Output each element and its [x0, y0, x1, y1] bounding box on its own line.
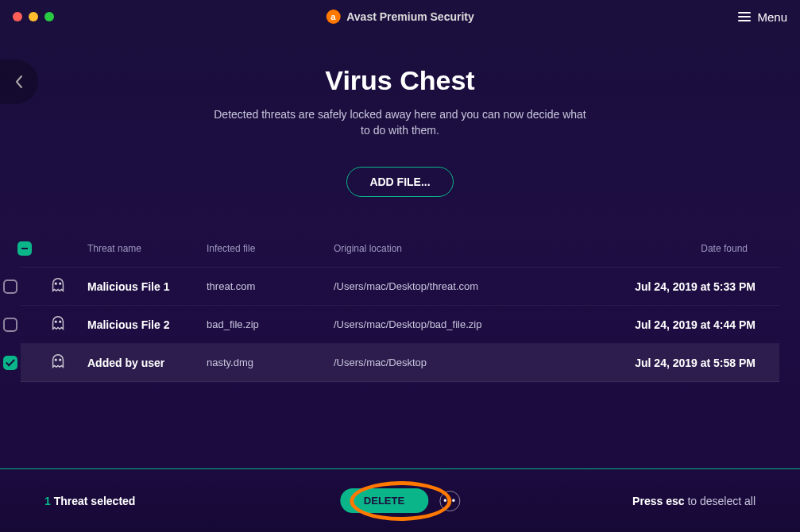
original-location: /Users/mac/Desktop: [334, 357, 572, 368]
hamburger-icon: [738, 12, 751, 21]
close-window-button[interactable]: [13, 12, 22, 21]
esc-key-label: Press esc: [632, 495, 684, 507]
page-subtitle: Detected threats are safely locked away …: [210, 107, 591, 138]
avast-logo-icon: a: [326, 10, 340, 24]
date-found: Jul 24, 2019 at 5:58 PM: [572, 357, 779, 369]
deselect-hint: Press esc to deselect all: [632, 495, 756, 507]
svg-point-5: [60, 359, 61, 360]
original-location: /Users/mac/Desktop/threat.com: [334, 280, 572, 292]
col-date-found: Date found: [572, 243, 779, 254]
menu-button[interactable]: Menu: [738, 10, 787, 24]
col-original-location: Original location: [334, 243, 572, 254]
select-all-checkbox[interactable]: [17, 241, 32, 256]
col-threat-name: Threat name: [87, 243, 207, 254]
svg-point-1: [60, 283, 61, 284]
ghost-icon: [49, 276, 67, 296]
window-controls: [13, 12, 54, 21]
row-checkbox[interactable]: [3, 318, 17, 332]
threat-name: Malicious File 2: [87, 318, 207, 331]
deselect-suffix: to deselect all: [685, 495, 756, 507]
menu-label: Menu: [757, 10, 787, 24]
row-checkbox[interactable]: [3, 356, 17, 370]
row-checkbox[interactable]: [3, 279, 17, 294]
selected-count: 1: [44, 495, 51, 507]
more-actions-button[interactable]: •••: [439, 491, 460, 511]
date-found: Jul 24, 2019 at 5:33 PM: [572, 280, 779, 293]
app-title: a Avast Premium Security: [326, 10, 474, 24]
ghost-icon: [49, 353, 67, 372]
delete-button[interactable]: DELETE: [340, 488, 428, 513]
table-row[interactable]: Malicious File 1 threat.com /Users/mac/D…: [21, 268, 779, 306]
date-found: Jul 24, 2019 at 4:44 PM: [572, 318, 779, 331]
original-location: /Users/mac/Desktop/bad_file.zip: [334, 318, 572, 330]
footer-actions: DELETE •••: [340, 488, 460, 513]
page-heading: Virus Chest: [0, 65, 800, 96]
threat-name: Added by user: [87, 357, 207, 369]
table-row[interactable]: Added by user nasty.dmg /Users/mac/Deskt…: [21, 344, 779, 382]
ghost-icon: [49, 314, 67, 334]
minimize-window-button[interactable]: [29, 12, 38, 21]
fullscreen-window-button[interactable]: [44, 12, 54, 21]
infected-file: nasty.dmg: [207, 357, 334, 368]
main-content: Virus Chest Detected threats are safely …: [0, 33, 800, 382]
infected-file: threat.com: [207, 280, 334, 292]
svg-point-2: [55, 321, 56, 322]
add-file-button[interactable]: ADD FILE...: [346, 167, 453, 197]
threats-table: Threat name Infected file Original locat…: [21, 235, 779, 382]
threat-name: Malicious File 1: [87, 280, 207, 293]
svg-point-3: [60, 321, 61, 322]
selected-label: Threat selected: [54, 495, 136, 507]
svg-point-4: [55, 359, 56, 360]
col-infected-file: Infected file: [207, 243, 334, 254]
table-header: Threat name Infected file Original locat…: [21, 235, 779, 268]
table-row[interactable]: Malicious File 2 bad_file.zip /Users/mac…: [21, 306, 779, 344]
selection-summary: 1 Threat selected: [44, 495, 135, 507]
svg-point-0: [55, 283, 56, 284]
chevron-left-icon: [15, 75, 23, 89]
footer-bar: 1 Threat selected DELETE ••• Press esc t…: [0, 468, 800, 532]
titlebar: a Avast Premium Security Menu: [0, 0, 800, 33]
infected-file: bad_file.zip: [207, 318, 334, 330]
app-title-text: Avast Premium Security: [346, 10, 474, 23]
